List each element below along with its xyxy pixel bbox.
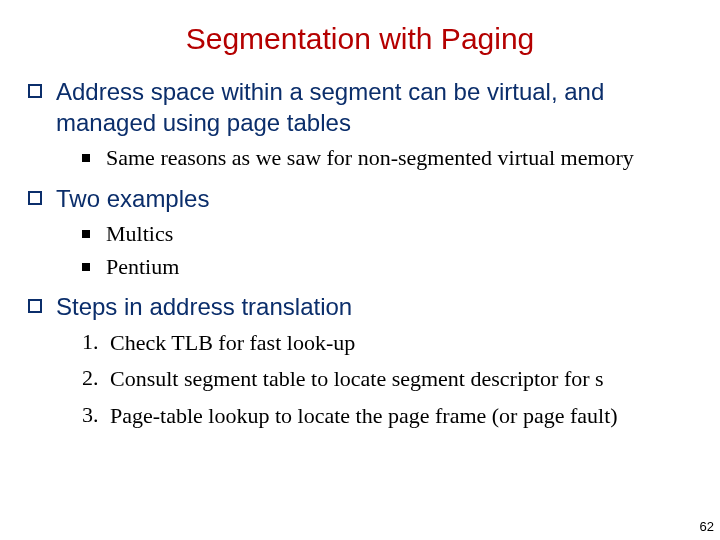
bullet-text: Address space within a segment can be vi… bbox=[56, 76, 692, 138]
square-bullet-icon bbox=[28, 84, 42, 98]
bullet-item: Address space within a segment can be vi… bbox=[28, 76, 692, 138]
small-square-bullet-icon bbox=[82, 263, 90, 271]
numbered-text: Page-table lookup to locate the page fra… bbox=[110, 402, 618, 431]
bullet-item: Two examples bbox=[28, 183, 692, 214]
numbered-item: 3. Page-table lookup to locate the page … bbox=[82, 402, 692, 431]
slide-title: Segmentation with Paging bbox=[30, 0, 690, 56]
bullet-item: Steps in address translation bbox=[28, 291, 692, 322]
square-bullet-icon bbox=[28, 191, 42, 205]
sub-bullet-text: Same reasons as we saw for non-segmented… bbox=[106, 144, 634, 173]
sub-list: Same reasons as we saw for non-segmented… bbox=[82, 144, 692, 173]
numbered-item: 2. Consult segment table to locate segme… bbox=[82, 365, 692, 394]
sub-bullet-text: Pentium bbox=[106, 253, 179, 282]
sub-list: Multics Pentium bbox=[82, 220, 692, 281]
small-square-bullet-icon bbox=[82, 154, 90, 162]
numbered-item: 1. Check TLB for fast look-up bbox=[82, 329, 692, 358]
page-number: 62 bbox=[700, 519, 714, 534]
slide-body: Address space within a segment can be vi… bbox=[28, 76, 692, 430]
number-marker: 2. bbox=[82, 365, 110, 391]
numbered-list: 1. Check TLB for fast look-up 2. Consult… bbox=[82, 329, 692, 431]
sub-bullet-item: Same reasons as we saw for non-segmented… bbox=[82, 144, 692, 173]
square-bullet-icon bbox=[28, 299, 42, 313]
number-marker: 3. bbox=[82, 402, 110, 428]
bullet-text: Steps in address translation bbox=[56, 291, 352, 322]
number-marker: 1. bbox=[82, 329, 110, 355]
slide: Segmentation with Paging Address space w… bbox=[0, 0, 720, 540]
numbered-text: Consult segment table to locate segment … bbox=[110, 365, 604, 394]
bullet-text: Two examples bbox=[56, 183, 209, 214]
small-square-bullet-icon bbox=[82, 230, 90, 238]
sub-bullet-text: Multics bbox=[106, 220, 173, 249]
sub-bullet-item: Pentium bbox=[82, 253, 692, 282]
numbered-text: Check TLB for fast look-up bbox=[110, 329, 355, 358]
sub-bullet-item: Multics bbox=[82, 220, 692, 249]
